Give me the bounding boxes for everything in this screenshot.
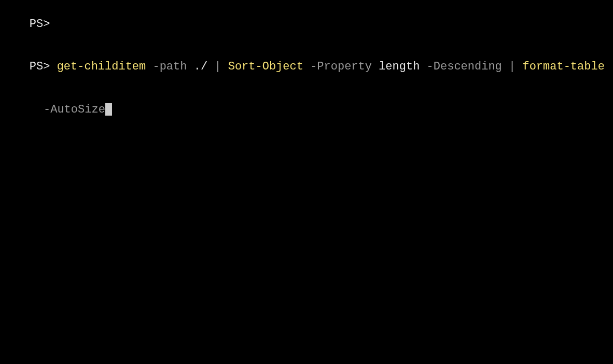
prompt: PS>	[30, 60, 50, 73]
cmd-seg: ./	[187, 60, 214, 73]
terminal-window[interactable]: PS> PS> get-childitem -path ./ | Sort-Ob…	[2, 3, 611, 131]
cmd-seg-cmdlet: format-table	[522, 60, 604, 73]
cmd-seg-cmdlet: get-childitem	[57, 60, 146, 73]
terminal-line-0: PS>	[2, 3, 611, 46]
cmd-seg-pipe: |	[509, 60, 516, 73]
cmd-seg	[221, 60, 228, 73]
cmd-seg-param: -AutoSize	[44, 103, 105, 116]
cmd-seg	[37, 103, 44, 116]
cmd-seg	[303, 60, 310, 73]
cmd-seg-param: -path	[152, 60, 187, 73]
prompt: PS>	[30, 18, 50, 31]
cmd-seg-param: -Descending	[427, 60, 502, 73]
cmd-seg	[146, 60, 152, 73]
cmd-seg: length	[372, 60, 427, 73]
cmd-seg	[50, 60, 57, 73]
cmd-seg	[502, 60, 509, 73]
cmd-seg-pipe: |	[214, 60, 221, 73]
cursor-block	[105, 103, 112, 116]
cmd-seg-param: -Property	[310, 60, 372, 73]
terminal-line-1-wrap[interactable]: -AutoSize	[2, 88, 611, 131]
cmd-seg	[516, 60, 522, 73]
terminal-line-1[interactable]: PS> get-childitem -path ./ | Sort-Object…	[2, 46, 611, 89]
cmd-seg-cmdlet: Sort-Object	[228, 60, 303, 73]
